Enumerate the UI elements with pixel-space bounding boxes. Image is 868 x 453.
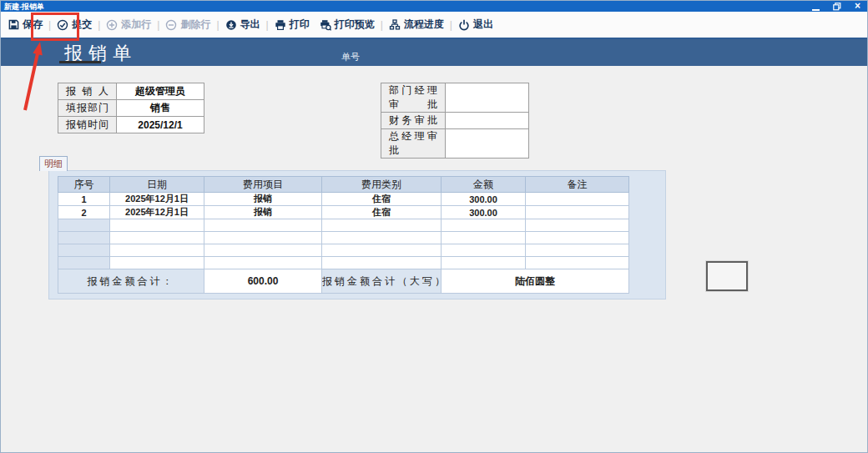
cell[interactable]: 住宿 [322,193,442,206]
date-field[interactable]: 2025/12/1 [117,117,204,133]
total-amount-words: 陆佰圆整 [442,269,629,294]
cell[interactable] [442,257,526,269]
cell[interactable]: 报销 [204,206,322,219]
field-label: 部门经理审批 [381,83,446,113]
export-icon [225,19,237,31]
cell[interactable]: 报销 [204,193,322,206]
cell[interactable]: 2 [58,206,110,219]
table-row: 总经理审批 [381,129,529,159]
cell[interactable]: 2025年12月1日 [110,193,204,206]
total-words-label: 报销金额合计（大写）： [322,269,442,294]
table-row [58,257,629,269]
submitter-info-table: 报销人 超级管理员 填报部门 销售 报销时间 2025/12/1 [58,83,204,133]
column-header: 金额 [442,177,526,193]
column-header: 序号 [58,177,110,193]
tab-detail[interactable]: 明细 [39,156,68,171]
column-header: 费用类别 [322,177,442,193]
stamp-box [706,261,748,291]
cell[interactable] [204,232,322,244]
cell[interactable]: 1 [58,193,110,206]
cell[interactable]: 住宿 [322,206,442,219]
doc-no-label: 单号 [341,51,360,63]
field-label: 财务审批 [381,113,446,129]
add-row-button: 添加行 [101,15,156,35]
add-row-icon [106,19,118,31]
table-row: 部门经理审批 [381,83,529,113]
cell[interactable]: 2025年12月1日 [110,206,204,219]
cell[interactable] [526,257,629,269]
column-header: 日期 [110,177,204,193]
cell[interactable]: 300.00 [442,206,526,219]
cell[interactable] [58,257,110,269]
delete-row-button: 删除行 [160,15,215,35]
cell[interactable] [204,257,322,269]
field-label: 报销时间 [58,117,117,133]
app-window: 新建-报销单 × 保存 | [0,0,868,453]
cell[interactable] [526,193,629,206]
cell[interactable] [110,257,204,269]
cell[interactable] [526,232,629,244]
department-field[interactable]: 销售 [117,100,204,117]
approval-info-table: 部门经理审批 财务审批 总经理审批 [381,83,529,159]
table-row [58,219,629,232]
field-label: 总经理审批 [381,129,446,159]
title-underline [59,61,101,63]
exit-button[interactable]: 退出 [453,15,498,35]
cell[interactable] [58,219,110,232]
finance-approval-field[interactable] [446,113,529,129]
total-amount: 600.00 [204,269,322,294]
cell[interactable] [204,244,322,257]
cell[interactable] [322,244,442,257]
table-header-row: 序号 日期 费用项目 费用类别 金额 备注 [58,177,629,193]
cell[interactable] [110,232,204,244]
cell[interactable] [58,232,110,244]
delete-row-icon [165,19,177,31]
cell[interactable] [526,219,629,232]
cell[interactable] [110,219,204,232]
close-button[interactable]: × [855,1,860,12]
cell[interactable] [526,244,629,257]
workflow-progress-button[interactable]: 流程进度 [384,15,449,35]
column-header: 备注 [526,177,629,193]
submit-check-icon [57,19,68,31]
detail-table: 序号 日期 费用项目 费用类别 金额 备注 1 2025年12月1日 报销 住宿… [58,176,629,294]
cell[interactable] [322,219,442,232]
print-preview-button[interactable]: 打印预览 [315,15,380,35]
save-button[interactable]: 保存 [3,15,48,35]
total-label: 报销金额合计： [58,269,204,294]
field-label: 填报部门 [58,100,117,117]
minimize-icon [812,9,820,11]
restore-icon [833,3,841,11]
cell[interactable] [442,219,526,232]
cell[interactable] [204,219,322,232]
gm-approval-field[interactable] [446,129,529,159]
cell[interactable] [322,232,442,244]
table-row: 1 2025年12月1日 报销 住宿 300.00 [58,193,629,206]
workflow-icon [389,19,401,31]
cell[interactable] [442,244,526,257]
cell[interactable] [526,206,629,219]
cell[interactable] [58,244,110,257]
manager-approval-field[interactable] [446,83,529,113]
print-icon [275,19,286,31]
power-icon [458,19,470,31]
cell[interactable] [442,232,526,244]
print-button[interactable]: 打印 [270,15,315,35]
title-bar: 新建-报销单 × [1,1,867,12]
field-label: 报销人 [58,83,117,100]
table-row: 填报部门 销售 [58,100,204,117]
submit-button[interactable]: 提交 [52,15,97,35]
window-controls: × [812,1,860,12]
toolbar: 保存 | 提交 | 添加行 | 删除行 | [1,12,867,39]
submitter-field[interactable]: 超级管理员 [117,83,204,100]
cell[interactable] [110,244,204,257]
table-row: 报销人 超级管理员 [58,83,204,100]
total-row: 报销金额合计： 600.00 报销金额合计（大写）： 陆佰圆整 [58,269,629,294]
cell[interactable] [322,257,442,269]
table-row: 财务审批 [381,113,529,129]
export-button[interactable]: 导出 [220,15,265,35]
table-row [58,232,629,244]
form-header-band: 报销单 单号 [1,39,867,66]
cell[interactable]: 300.00 [442,193,526,206]
table-row: 2 2025年12月1日 报销 住宿 300.00 [58,206,629,219]
